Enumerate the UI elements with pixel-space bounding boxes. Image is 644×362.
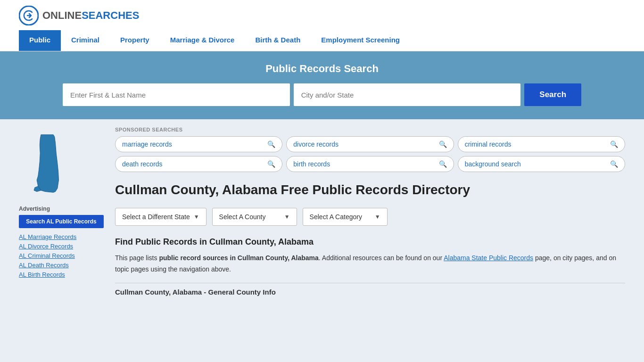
nav-item-employment[interactable]: Employment Screening <box>311 30 410 51</box>
sponsored-pill-label: death records <box>122 160 163 168</box>
find-heading: Find Public Records in Cullman County, A… <box>115 237 625 247</box>
sidebar: Advertising Search AL Public Records AL … <box>19 127 104 296</box>
dropdowns-row: Select a Different State ▼ Select A Coun… <box>115 208 625 226</box>
hero-title: Public Records Search <box>19 63 625 75</box>
chevron-down-icon: ▼ <box>194 214 199 220</box>
county-dropdown[interactable]: Select A County ▼ <box>212 208 297 226</box>
sponsored-pill-label: criminal records <box>465 140 512 148</box>
chevron-down-icon: ▼ <box>375 214 380 220</box>
state-dropdown-label: Select a Different State <box>122 213 190 221</box>
sponsored-label: SPONSORED SEARCHES <box>115 127 625 132</box>
sponsored-pill-death[interactable]: death records 🔍 <box>115 156 282 172</box>
sponsored-pill-label: divorce records <box>293 140 339 148</box>
nav-item-criminal[interactable]: Criminal <box>61 30 110 51</box>
search-icon: 🔍 <box>267 160 275 168</box>
state-dropdown[interactable]: Select a Different State ▼ <box>115 208 206 226</box>
sidebar-links: AL Marriage Records AL Divorce Records A… <box>19 233 104 278</box>
site-logo-text: ONLINESEARCHES <box>42 9 139 22</box>
search-icon: 🔍 <box>439 160 447 168</box>
sidebar-link-divorce[interactable]: AL Divorce Records <box>19 243 73 250</box>
body-text-part1: This page lists <box>115 254 159 262</box>
sponsored-pill-label: birth records <box>293 160 330 168</box>
advertising-label: Advertising <box>19 206 104 212</box>
state-map <box>19 127 104 198</box>
sidebar-link-criminal[interactable]: AL Criminal Records <box>19 252 75 259</box>
sponsored-pill-criminal[interactable]: criminal records 🔍 <box>458 136 625 152</box>
sponsored-pill-marriage[interactable]: marriage records 🔍 <box>115 136 282 152</box>
nav-item-property[interactable]: Property <box>110 30 160 51</box>
logo-area: ONLINESEARCHES <box>19 6 625 25</box>
location-input[interactable] <box>294 83 521 106</box>
list-item: AL Marriage Records <box>19 233 104 240</box>
main-nav: Public Criminal Property Marriage & Divo… <box>19 30 625 51</box>
sponsored-pill-label: background search <box>465 160 521 168</box>
search-bar: Search <box>63 83 581 106</box>
sponsored-pill-divorce[interactable]: divorce records 🔍 <box>286 136 454 152</box>
search-icon: 🔍 <box>267 140 275 148</box>
name-input[interactable] <box>63 83 290 106</box>
category-dropdown[interactable]: Select A Category ▼ <box>303 208 388 226</box>
sidebar-link-death[interactable]: AL Death Records <box>19 262 69 269</box>
sidebar-link-marriage[interactable]: AL Marriage Records <box>19 233 76 240</box>
section-divider <box>115 283 625 283</box>
sponsored-section: SPONSORED SEARCHES marriage records 🔍 di… <box>115 127 625 172</box>
search-hero: Public Records Search Search <box>0 51 644 119</box>
sidebar-link-birth[interactable]: AL Birth Records <box>19 271 65 278</box>
sponsored-pill-label: marriage records <box>122 140 172 148</box>
nav-item-marriage-divorce[interactable]: Marriage & Divorce <box>160 30 245 51</box>
body-text-link[interactable]: Alabama State Public Records <box>444 254 533 262</box>
list-item: AL Death Records <box>19 261 104 269</box>
body-text: This page lists public record sources in… <box>115 253 625 275</box>
sponsored-pill-birth[interactable]: birth records 🔍 <box>286 156 454 172</box>
page-title: Cullman County, Alabama Free Public Reco… <box>115 181 625 198</box>
county-dropdown-label: Select A County <box>219 213 281 221</box>
ad-search-button[interactable]: Search AL Public Records <box>19 215 104 228</box>
county-info-label: Cullman County, Alabama - General County… <box>115 288 625 296</box>
sponsored-grid: marriage records 🔍 divorce records 🔍 cri… <box>115 136 625 172</box>
search-icon: 🔍 <box>610 140 618 148</box>
site-header: ONLINESEARCHES Public Criminal Property … <box>0 0 644 119</box>
nav-item-birth-death[interactable]: Birth & Death <box>245 30 311 51</box>
nav-item-public[interactable]: Public <box>19 30 61 51</box>
list-item: AL Divorce Records <box>19 242 104 250</box>
category-dropdown-label: Select A Category <box>310 213 371 221</box>
site-logo-icon <box>19 6 39 25</box>
list-item: AL Criminal Records <box>19 252 104 259</box>
main-body: SPONSORED SEARCHES marriage records 🔍 di… <box>115 127 625 296</box>
chevron-down-icon: ▼ <box>284 214 290 220</box>
search-icon: 🔍 <box>610 160 618 168</box>
list-item: AL Birth Records <box>19 271 104 278</box>
alabama-map-svg <box>19 131 75 197</box>
search-icon: 🔍 <box>439 140 447 148</box>
sponsored-pill-background[interactable]: background search 🔍 <box>458 156 625 172</box>
body-text-part2: . Additional resources can be found on o… <box>319 254 444 262</box>
body-text-bold: public record sources in Cullman County,… <box>159 254 318 262</box>
main-content: Advertising Search AL Public Records AL … <box>0 119 644 304</box>
search-button[interactable]: Search <box>524 83 581 106</box>
